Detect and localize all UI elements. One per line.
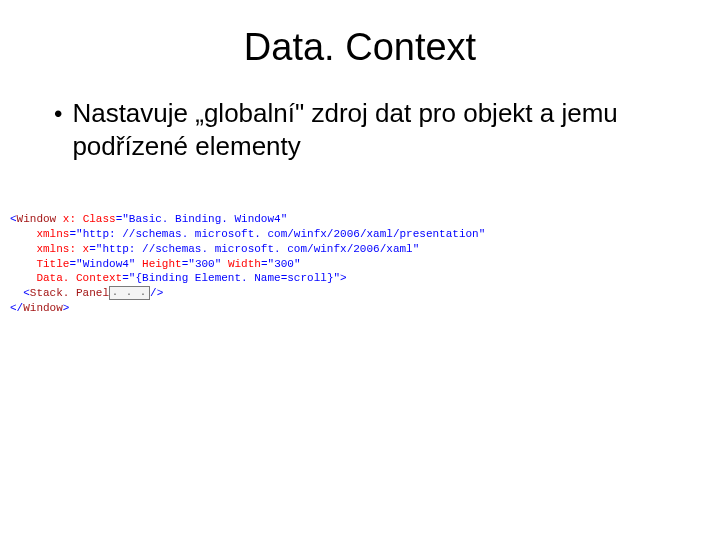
val-height: "300" — [188, 258, 221, 270]
val-class: "Basic. Binding. Window4" — [122, 213, 287, 225]
val-xmlns-x: "http: //schemas. microsoft. com/winfx/2… — [96, 243, 419, 255]
tag-window: Window — [17, 213, 57, 225]
tag-window-close: Window — [23, 302, 63, 314]
slide: Data. Context • Nastavuje „globalní" zdr… — [0, 0, 720, 540]
val-datacontext: "{Binding Element. Name=scroll}" — [129, 272, 340, 284]
attr-class: x: Class — [63, 213, 116, 225]
angle-open-icon: < — [23, 287, 30, 299]
attr-width: Width — [228, 258, 261, 270]
angle-close-icon: > — [340, 272, 347, 284]
code-block: <Window x: Class="Basic. Binding. Window… — [10, 212, 680, 316]
angle-close-icon: > — [63, 302, 70, 314]
tag-self-close-icon: /> — [150, 287, 163, 299]
val-title: "Window4" — [76, 258, 135, 270]
angle-open-icon: < — [10, 213, 17, 225]
val-xmlns: "http: //schemas. microsoft. com/winfx/2… — [76, 228, 485, 240]
slide-title: Data. Context — [40, 26, 680, 69]
attr-xmlns-x: xmlns: x — [36, 243, 89, 255]
attr-height: Height — [142, 258, 182, 270]
tag-stackpanel: Stack. Panel — [30, 287, 109, 299]
attr-datacontext: Data. Context — [36, 272, 122, 284]
collapse-box-icon[interactable]: . . . — [109, 286, 150, 300]
bullet-item: • Nastavuje „globalní" zdroj dat pro obj… — [54, 97, 680, 162]
attr-xmlns: xmlns — [36, 228, 69, 240]
val-width: "300" — [268, 258, 301, 270]
attr-title: Title — [36, 258, 69, 270]
bullet-text: Nastavuje „globalní" zdroj dat pro objek… — [72, 97, 680, 162]
angle-close-slash-icon: </ — [10, 302, 23, 314]
bullet-dot-icon: • — [54, 99, 62, 129]
